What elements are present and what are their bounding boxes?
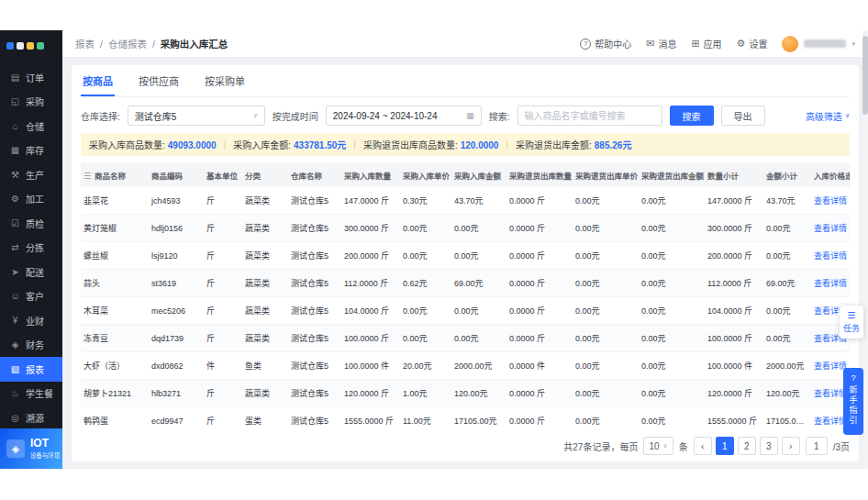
table-cell: 0.00元 <box>573 380 639 407</box>
table-cell: 斤 <box>204 242 242 270</box>
purchase-icon: ◱ <box>10 96 20 106</box>
page-jump-input[interactable]: 1 <box>806 437 828 455</box>
sidebar-item-delivery[interactable]: ➤配送 <box>0 260 62 284</box>
table-cell: 0.00元 <box>639 242 705 270</box>
main-area: 报表/仓储报表/采购出入库汇总 ?帮助中心✉消息⊞应用⚙设置 ▾ 按商品按供应商… <box>62 30 868 469</box>
sidebar-item-report[interactable]: ▧报表 <box>0 357 62 382</box>
summary-value: 433781.50元 <box>294 140 346 150</box>
col-header-label: 采购退货出库单价 <box>575 172 638 181</box>
page-button[interactable]: 3 <box>760 437 778 455</box>
column-settings-icon[interactable]: ☰ <box>83 172 91 181</box>
sidebar-item-purchase[interactable]: ◱采购 <box>0 90 62 115</box>
sidebar-item-business-finance[interactable]: ¥业财 <box>0 308 62 333</box>
action-help-center[interactable]: ?帮助中心 <box>580 37 631 50</box>
table-cell: 斤 <box>204 325 242 352</box>
view-detail-link[interactable]: 查看详情 <box>814 417 847 426</box>
sidebar-item-order[interactable]: ▤订单 <box>0 65 62 90</box>
table-cell: 斤 <box>204 380 242 407</box>
task-panel-button[interactable]: ☰ 任务 <box>840 306 863 339</box>
table-cell: 斤 <box>204 270 242 297</box>
chevron-down-icon: ▾ <box>851 40 855 48</box>
tab-by-supplier[interactable]: 按供应商 <box>137 65 181 96</box>
scrollbar-thumb[interactable] <box>862 36 868 115</box>
table-cell: 测试仓库5 <box>288 407 341 431</box>
table-cell: 查看详情 <box>811 215 850 242</box>
table-cell: 0.00元 <box>573 407 639 431</box>
table-cell: 17105.00元 <box>763 407 811 431</box>
table-cell: 查看详情 <box>811 242 850 270</box>
table-cell: 冻青豆 <box>81 325 149 352</box>
tab-by-product[interactable]: 按商品 <box>81 65 115 96</box>
table-cell: 0.00元 <box>573 325 639 352</box>
sidebar-item-qc[interactable]: ☑质检 <box>0 211 62 236</box>
warehouse-select[interactable]: 测试仓库5 ∨ <box>128 106 265 126</box>
sidebar-item-trace[interactable]: ◎溯源 <box>0 406 62 428</box>
pagination: 共27条记录，每页 10 ∨ 条 ‹123› 1 /3页 <box>81 430 850 461</box>
sidebar-item-inventory[interactable]: ▦库存 <box>0 139 62 163</box>
view-detail-link[interactable]: 查看详情 <box>814 251 847 261</box>
table-cell: 黄灯笼椒 <box>81 215 149 242</box>
table-cell: 0.0000 斤 <box>506 297 573 325</box>
page-button[interactable]: 1 <box>716 437 734 455</box>
newbie-guide-button[interactable]: ? 新手指引 <box>843 368 863 435</box>
action-messages[interactable]: ✉消息 <box>646 37 676 50</box>
table-cell: 0.00元 <box>763 297 811 325</box>
breadcrumb-item[interactable]: 报表 <box>75 37 95 50</box>
col-header-label: 采购退货出库数量 <box>509 172 572 181</box>
summary-label: 采购入库商品数量: <box>89 140 165 150</box>
advanced-filter-toggle[interactable]: 高级筛选 ∨ <box>806 109 850 123</box>
action-apps[interactable]: ⊞应用 <box>691 37 721 50</box>
breadcrumb-item[interactable]: 采购出入库汇总 <box>161 37 228 50</box>
table-cell: 0.0000 件 <box>506 352 573 380</box>
table-cell: 2000.00元 <box>451 352 506 380</box>
col-header: 采购退货出库数量 <box>506 163 573 187</box>
table-cell: 69.00元 <box>763 270 811 297</box>
breadcrumb-item[interactable]: 仓储报表 <box>108 37 147 50</box>
view-detail-link[interactable]: 查看详情 <box>814 224 847 233</box>
page-button[interactable]: 2 <box>738 437 756 455</box>
page-size-unit: 条 <box>679 439 688 453</box>
table-cell: 大虾（活） <box>81 352 149 380</box>
user-menu[interactable]: ▾ <box>782 36 855 52</box>
action-label: 设置 <box>749 37 767 50</box>
sidebar-item-processing[interactable]: ⚙加工 <box>0 187 62 212</box>
col-header: 采购入库数量 <box>341 163 400 187</box>
table-cell: 0.0000 斤 <box>506 270 573 297</box>
view-detail-link[interactable]: 查看详情 <box>814 279 847 288</box>
table-cell: 112.0000 斤 <box>705 270 763 297</box>
tabs: 按商品按供应商按采购单 <box>81 65 850 97</box>
view-detail-link[interactable]: 查看详情 <box>814 196 847 206</box>
view-detail-link[interactable]: 查看详情 <box>814 361 847 371</box>
page-size-select[interactable]: 10 ∨ <box>643 437 673 455</box>
table-cell: 0.0000 斤 <box>506 407 573 431</box>
table-cell: 0.00元 <box>573 352 639 380</box>
sidebar-item-warehouse[interactable]: ⌂仓储 <box>0 114 62 139</box>
export-button[interactable]: 导出 <box>721 106 765 126</box>
topbar: 报表/仓储报表/采购出入库汇总 ?帮助中心✉消息⊞应用⚙设置 ▾ <box>62 30 868 58</box>
view-detail-link[interactable]: 查看详情 <box>814 389 847 398</box>
table-cell: 120.0000 斤 <box>341 380 400 407</box>
sidebar-item-student-meal[interactable]: ♨学生餐 <box>0 382 62 406</box>
sidebar-item-customer[interactable]: ☺客户 <box>0 284 62 309</box>
iot-text: IOT 设备与环境 <box>30 438 61 459</box>
prev-page-button[interactable]: ‹ <box>694 437 712 455</box>
sidebar-item-label: 客户 <box>26 289 44 303</box>
sidebar-item-production[interactable]: ⚒生产 <box>0 162 62 187</box>
search-button[interactable]: 搜索 <box>670 106 714 126</box>
table-cell: 测试仓库5 <box>288 352 341 380</box>
summary-separator: | <box>506 139 508 150</box>
table-cell: 0.00元 <box>400 325 451 352</box>
search-input[interactable] <box>517 106 662 126</box>
col-header-label: 采购退货出库金额 <box>641 172 704 181</box>
tab-by-purchase-order[interactable]: 按采购单 <box>203 65 247 96</box>
sidebar-item-finance[interactable]: ◈财务 <box>0 333 62 358</box>
sidebar-item-sorting[interactable]: ⇄分拣 <box>0 236 62 261</box>
table-cell: 0.00元 <box>451 325 506 352</box>
date-range-picker[interactable]: 2024-09-24 ~ 2024-10-24 ▦ <box>326 106 482 126</box>
action-settings[interactable]: ⚙设置 <box>737 37 768 50</box>
table-cell: 0.00元 <box>400 215 451 242</box>
next-page-button[interactable]: › <box>782 437 800 455</box>
table-cell: 0.00元 <box>639 325 705 352</box>
sidebar-footer-iot[interactable]: ◈ IOT 设备与环境 <box>0 428 62 469</box>
table-cell: 147.0000 斤 <box>705 187 763 215</box>
